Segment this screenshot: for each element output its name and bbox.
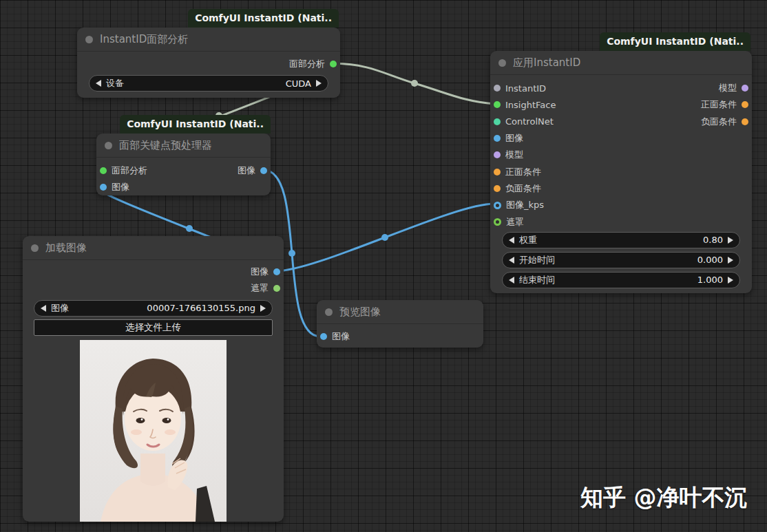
device-widget[interactable]: 设备 CUDA [89, 75, 328, 92]
decrement-arrow-icon[interactable] [509, 257, 514, 264]
input-label: 图像 [332, 330, 350, 343]
output-socket-positive[interactable] [742, 101, 748, 108]
widget-label: 结束时间 [519, 274, 555, 286]
link-midpoint-dot[interactable] [186, 225, 193, 232]
decrement-arrow-icon[interactable] [509, 277, 514, 284]
input-socket-mask[interactable] [494, 218, 501, 226]
increment-arrow-icon[interactable] [728, 257, 733, 264]
input-socket-image[interactable] [320, 333, 327, 340]
input-socket-image[interactable] [100, 184, 107, 191]
node-title: 面部关键点预处理器 [119, 139, 212, 152]
node-titlebar[interactable]: 应用InstantID [490, 51, 752, 75]
output-socket-image[interactable] [273, 268, 280, 275]
node-source-badge: ComfyUI InstantID (Nati.. [188, 9, 339, 28]
node-instantid-face-analysis[interactable]: ComfyUI InstantID (Nati.. InstantID面部分析 … [77, 28, 340, 98]
input-socket-controlnet[interactable] [494, 118, 501, 125]
node-preview-image[interactable]: 预览图像 图像 [317, 300, 483, 348]
increment-arrow-icon[interactable] [316, 80, 322, 87]
input-socket-image-kps[interactable] [494, 202, 501, 209]
node-titlebar[interactable]: InstantID面部分析 [77, 28, 340, 52]
collapse-dot-icon[interactable] [325, 308, 333, 316]
node-apply-instantid[interactable]: ComfyUI InstantID (Nati.. 应用InstantID In… [490, 51, 752, 293]
node-load-image[interactable]: 加载图像 图像 遮罩 图像 00007-1766130155.png 选择文件上… [23, 236, 284, 522]
image-file-widget[interactable]: 图像 00007-1766130155.png [34, 300, 273, 317]
input-label: InsightFace [505, 100, 556, 110]
widget-label: 开始时间 [519, 254, 555, 266]
input-socket-positive[interactable] [494, 169, 501, 175]
image-preview [80, 340, 227, 522]
weight-widget[interactable]: 权重 0.80 [502, 232, 740, 248]
output-label: 正面条件 [701, 98, 737, 111]
decrement-arrow-icon[interactable] [509, 237, 514, 244]
widget-value: CUDA [286, 78, 311, 89]
output-label: 遮罩 [251, 282, 269, 295]
link-midpoint-dot[interactable] [288, 250, 295, 257]
node-face-keypoint-preprocessor[interactable]: ComfyUI InstantID (Nati.. 面部关键点预处理器 面部分析… [96, 134, 271, 195]
widget-value: 0.80 [703, 235, 723, 245]
collapse-dot-icon[interactable] [31, 244, 39, 252]
output-label: 图像 [251, 266, 269, 278]
input-label: 面部分析 [112, 164, 147, 177]
input-label: 遮罩 [506, 216, 524, 228]
link-midpoint-dot[interactable] [381, 234, 388, 241]
widget-value: 00007-1766130155.png [147, 303, 255, 313]
input-socket-model[interactable] [494, 151, 501, 158]
node-titlebar[interactable]: 面部关键点预处理器 [96, 134, 271, 158]
increment-arrow-icon[interactable] [728, 277, 733, 284]
input-socket-image[interactable] [494, 135, 501, 142]
portrait-image [80, 340, 227, 522]
choose-file-upload-button[interactable]: 选择文件上传 [34, 319, 273, 336]
output-label: 图像 [238, 164, 255, 177]
input-socket-faceanalysis[interactable] [100, 167, 107, 174]
watermark: 知乎 @净叶不沉 [580, 482, 753, 513]
output-socket-model[interactable] [742, 85, 748, 92]
node-title: InstantID面部分析 [100, 33, 188, 46]
end-at-widget[interactable]: 结束时间 1.000 [502, 272, 740, 288]
widget-label: 权重 [519, 234, 537, 246]
collapse-dot-icon[interactable] [105, 142, 112, 149]
output-socket-image[interactable] [260, 167, 267, 174]
input-label: InstantID [505, 83, 546, 94]
node-title: 加载图像 [45, 242, 87, 255]
decrement-arrow-icon[interactable] [96, 80, 101, 87]
increment-arrow-icon[interactable] [260, 305, 266, 312]
input-socket-instantid[interactable] [494, 85, 501, 92]
input-label: 正面条件 [505, 166, 541, 178]
collapse-dot-icon[interactable] [85, 36, 93, 43]
output-socket-mask[interactable] [273, 285, 280, 292]
widget-value: 1.000 [697, 275, 723, 285]
widget-label: 图像 [51, 302, 69, 315]
node-source-badge: ComfyUI InstantID (Nati.. [120, 115, 271, 134]
node-title: 应用InstantID [513, 56, 580, 70]
input-label: 负面条件 [505, 182, 541, 195]
input-socket-insightface[interactable] [494, 101, 501, 108]
collapse-dot-icon[interactable] [498, 59, 506, 67]
output-label: 面部分析 [289, 58, 325, 70]
link-midpoint-dot[interactable] [411, 80, 418, 87]
widget-value: 0.000 [697, 255, 723, 265]
input-label: 模型 [505, 149, 523, 161]
input-label: 图像_kps [506, 199, 544, 211]
widget-label: 设备 [106, 77, 124, 89]
input-socket-negative[interactable] [494, 185, 501, 192]
output-socket-faceanalysis[interactable] [330, 61, 337, 67]
output-socket-negative[interactable] [742, 118, 748, 125]
node-titlebar[interactable]: 加载图像 [23, 236, 284, 260]
output-label: 模型 [719, 82, 737, 94]
decrement-arrow-icon[interactable] [41, 305, 46, 312]
input-label: 图像 [112, 181, 129, 193]
node-title: 预览图像 [339, 306, 381, 319]
node-titlebar[interactable]: 预览图像 [317, 300, 483, 324]
output-label: 负面条件 [701, 116, 737, 128]
start-at-widget[interactable]: 开始时间 0.000 [502, 252, 740, 268]
input-label: 图像 [505, 132, 523, 145]
increment-arrow-icon[interactable] [728, 237, 733, 244]
input-label: ControlNet [505, 116, 554, 127]
node-graph-canvas[interactable]: ComfyUI InstantID (Nati.. InstantID面部分析 … [0, 0, 767, 532]
node-source-badge: ComfyUI InstantID (Nati.. [600, 32, 750, 51]
